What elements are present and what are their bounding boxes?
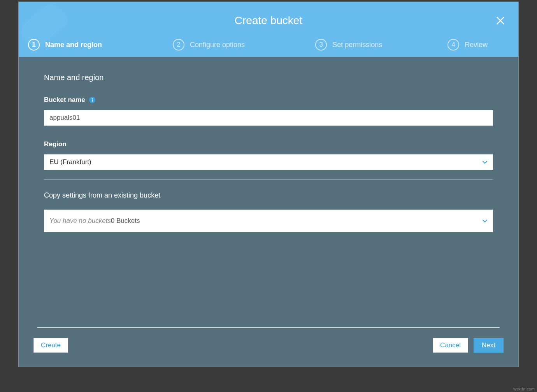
bucket-count: 0 Buckets [111, 217, 140, 224]
modal-footer: Create Cancel Next [19, 328, 518, 367]
close-icon [495, 15, 506, 26]
step-number: 3 [315, 39, 327, 51]
wizard-steps: 1 Name and region 2 Configure options 3 … [19, 33, 518, 57]
svg-point-3 [92, 98, 93, 99]
copy-settings-label: Copy settings from an existing bucket [44, 191, 493, 200]
footer-right: Cancel Next [433, 338, 504, 353]
create-button[interactable]: Create [33, 338, 68, 353]
modal-header: Create bucket 1 Name and region 2 Config… [19, 2, 518, 57]
step-review[interactable]: 4 Review [447, 39, 488, 51]
info-icon[interactable] [89, 97, 95, 103]
divider [44, 179, 493, 180]
bucket-name-input[interactable] [44, 110, 493, 126]
region-select[interactable]: EU (Frankfurt) [44, 154, 493, 170]
chevron-down-icon [482, 158, 488, 166]
step-number: 4 [447, 39, 459, 51]
step-set-permissions[interactable]: 3 Set permissions [315, 39, 382, 51]
step-name-region[interactable]: 1 Name and region [28, 39, 102, 51]
modal-title: Create bucket [19, 2, 518, 27]
modal-body: Name and region Bucket name Region EU (F… [19, 57, 518, 327]
chevron-down-icon [482, 217, 488, 225]
step-label: Configure options [190, 41, 245, 49]
step-number: 1 [28, 39, 40, 51]
step-label: Review [465, 41, 488, 49]
copy-settings-select[interactable]: You have no buckets0 Buckets [44, 210, 493, 232]
create-bucket-modal: Create bucket 1 Name and region 2 Config… [18, 2, 519, 367]
watermark: wsxdn.com [513, 387, 535, 391]
svg-rect-4 [92, 100, 93, 102]
section-title: Name and region [44, 73, 493, 82]
region-label: Region [44, 140, 493, 148]
next-button[interactable]: Next [474, 338, 504, 353]
step-configure-options[interactable]: 2 Configure options [173, 39, 245, 51]
cancel-button[interactable]: Cancel [433, 338, 468, 353]
step-label: Name and region [45, 41, 102, 49]
region-selected-value: EU (Frankfurt) [49, 158, 91, 166]
step-number: 2 [173, 39, 184, 51]
step-label: Set permissions [332, 41, 382, 49]
close-button[interactable] [495, 15, 507, 27]
bucket-name-label: Bucket name [44, 96, 493, 104]
copy-placeholder: You have no buckets [49, 217, 111, 224]
